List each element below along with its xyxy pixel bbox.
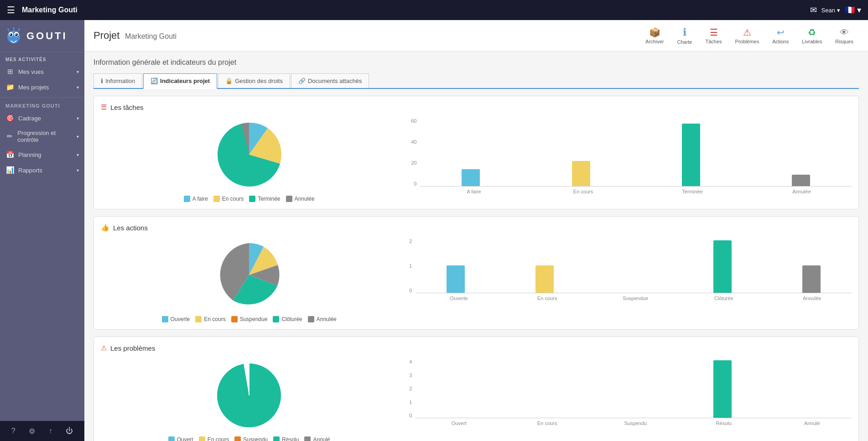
charte-button[interactable]: ℹ Charte bbox=[671, 25, 697, 47]
problemes-pie-chart bbox=[213, 359, 286, 432]
sidebar-item-cadrage[interactable]: 🎯 Cadrage ▾ bbox=[0, 110, 84, 126]
upload-icon[interactable]: ↑ bbox=[49, 427, 52, 435]
actions-bar-area: 2 1 0 bbox=[406, 239, 852, 321]
tab-indicateurs[interactable]: 🔄 Indicateurs projet bbox=[143, 73, 217, 89]
problemes-button[interactable]: ⚠ Problèmes bbox=[730, 25, 765, 46]
hamburger-menu[interactable]: ☰ bbox=[7, 5, 15, 16]
actions-title: 👍 Les actions bbox=[101, 223, 852, 232]
archiver-icon: 📦 bbox=[649, 27, 660, 38]
problemes-section: ⚠ Les problèmes bbox=[94, 337, 859, 441]
chevron-down-icon: ▾ bbox=[77, 134, 79, 139]
svg-point-10 bbox=[13, 27, 15, 29]
sidebar-item-planning[interactable]: 📅 Planning ▾ bbox=[0, 147, 84, 162]
svg-point-0 bbox=[7, 31, 20, 43]
bar-label-cloturee: Clôturée bbox=[684, 296, 764, 301]
problemes-title: ⚠ Les problèmes bbox=[101, 344, 852, 352]
bar-annulee-a bbox=[772, 265, 852, 293]
info-icon: ℹ bbox=[101, 78, 103, 84]
language-flag[interactable]: 🇫🇷 ▾ bbox=[845, 5, 861, 15]
sidebar-item-progression[interactable]: ✏ Progression et contrôle ▾ bbox=[0, 126, 84, 147]
y-label-0p: 0 bbox=[409, 413, 412, 418]
problemes-icon: ⚠ bbox=[743, 27, 751, 38]
tab-droits[interactable]: 🔒 Gestion des droits bbox=[218, 73, 290, 88]
y-label-1a: 1 bbox=[409, 263, 412, 269]
y-label-4p: 4 bbox=[409, 359, 412, 364]
tab-information[interactable]: ℹ Information bbox=[94, 73, 142, 88]
taches-pie-area: A faire En cours Terminée bbox=[101, 118, 397, 202]
chevron-down-icon: ▾ bbox=[77, 168, 79, 173]
taches-title: ☰ Les tâches bbox=[101, 103, 852, 111]
app-title: Marketing Gouti bbox=[22, 6, 810, 14]
legend-encours-p: En cours bbox=[199, 436, 229, 441]
actions-charts: Ouverte En cours Suspendue bbox=[101, 239, 852, 322]
chevron-down-icon: ▾ bbox=[77, 152, 79, 157]
project-actions: 📦 Archiver ℹ Charte ☰ Tâches ⚠ Problèmes… bbox=[640, 25, 859, 47]
actions-pie-chart bbox=[213, 239, 286, 311]
legend-resolu-p: Résolu bbox=[273, 436, 299, 441]
user-name[interactable]: Sean ▾ bbox=[821, 7, 840, 14]
bar-ouverte bbox=[416, 265, 495, 293]
content-area: Projet Marketing Gouti 📦 Archiver ℹ Char… bbox=[84, 20, 868, 441]
charte-icon: ℹ bbox=[683, 26, 686, 38]
sidebar-section-1: MES ACTIVITÉS bbox=[0, 52, 84, 64]
main-layout: GOUTI MES ACTIVITÉS ⊞ Mes vues ▾ 📁 Mes p… bbox=[0, 20, 868, 441]
bar-label-ouvert-p: Ouvert bbox=[419, 420, 499, 426]
page-content: Information générale et indicateurs du p… bbox=[84, 52, 868, 441]
livrables-icon: ♻ bbox=[808, 27, 816, 38]
taches-icon: ☰ bbox=[710, 27, 718, 38]
section-title: Information générale et indicateurs du p… bbox=[94, 58, 859, 67]
sidebar-section-2: MARKETING GOUTI bbox=[0, 97, 84, 110]
legend-annule-p: Annulé bbox=[304, 436, 330, 441]
y-label-40: 40 bbox=[411, 139, 416, 145]
rapports-icon: 📊 bbox=[5, 166, 15, 174]
bar-resolu-p bbox=[683, 360, 763, 418]
legend-annulee-a: Annulée bbox=[308, 316, 337, 322]
sidebar-item-rapports[interactable]: 📊 Rapports ▾ bbox=[0, 162, 84, 178]
problemes-legend: Ouvert En cours Suspendu bbox=[168, 436, 330, 441]
power-icon[interactable]: ⏻ bbox=[66, 427, 73, 435]
progression-icon: ✏ bbox=[5, 132, 14, 140]
svg-point-8 bbox=[7, 28, 9, 30]
sidebar: GOUTI MES ACTIVITÉS ⊞ Mes vues ▾ 📁 Mes p… bbox=[0, 20, 84, 441]
sidebar-bottom: ? ⚙ ↑ ⏻ bbox=[0, 421, 84, 441]
sidebar-item-mes-projets[interactable]: 📁 Mes projets ▾ bbox=[0, 79, 84, 95]
archiver-button[interactable]: 📦 Archiver bbox=[640, 25, 669, 46]
taches-legend: A faire En cours Terminée bbox=[184, 196, 315, 202]
indicateurs-icon: 🔄 bbox=[151, 78, 158, 84]
bar-label-afaire: A faire bbox=[424, 189, 524, 194]
cadrage-icon: 🎯 bbox=[5, 114, 15, 122]
legend-afaire: A faire bbox=[184, 196, 208, 202]
bar-label-encours-a: En cours bbox=[508, 296, 587, 301]
settings-icon[interactable]: ⚙ bbox=[29, 427, 35, 436]
chevron-down-icon: ▾ bbox=[77, 69, 79, 74]
legend-encours: En cours bbox=[213, 196, 244, 202]
legend-encours-a: En cours bbox=[195, 316, 225, 322]
svg-point-6 bbox=[16, 34, 16, 35]
sidebar-logo: GOUTI bbox=[0, 20, 84, 52]
logo-text: GOUTI bbox=[26, 30, 68, 42]
mail-icon[interactable]: ✉ bbox=[810, 5, 817, 15]
bar-cloturee bbox=[683, 240, 763, 293]
bar-label-terminee: Terminée bbox=[642, 189, 742, 194]
sidebar-item-mes-vues[interactable]: ⊞ Mes vues ▾ bbox=[0, 64, 84, 79]
nav-right: ✉ Sean ▾ 🇫🇷 ▾ bbox=[810, 5, 861, 15]
taches-section: ☰ Les tâches bbox=[94, 96, 859, 209]
bar-afaire bbox=[420, 169, 521, 186]
risques-button[interactable]: 👁 Risques bbox=[830, 26, 859, 46]
svg-point-4 bbox=[15, 33, 18, 36]
actions-button[interactable]: ↩ Actions bbox=[767, 25, 794, 46]
chevron-down-icon: ▾ bbox=[77, 85, 79, 90]
bar-label-annulee-a: Annulée bbox=[772, 296, 852, 301]
actions-legend: Ouverte En cours Suspendue bbox=[162, 316, 337, 322]
actions-section: 👍 Les actions bbox=[94, 216, 859, 330]
bar-label-encours-p: En cours bbox=[508, 420, 587, 426]
actions-section-icon: 👍 bbox=[101, 223, 109, 232]
taches-button[interactable]: ☰ Tâches bbox=[700, 25, 727, 46]
tab-documents[interactable]: 🔗 Documents attachés bbox=[291, 73, 369, 88]
bar-encours bbox=[530, 161, 631, 186]
help-icon[interactable]: ? bbox=[11, 427, 16, 435]
mes-vues-icon: ⊞ bbox=[5, 67, 15, 76]
y-label-1p: 1 bbox=[409, 399, 412, 405]
livrables-button[interactable]: ♻ Livrables bbox=[796, 25, 827, 46]
bar-label-encours: En cours bbox=[533, 189, 633, 194]
